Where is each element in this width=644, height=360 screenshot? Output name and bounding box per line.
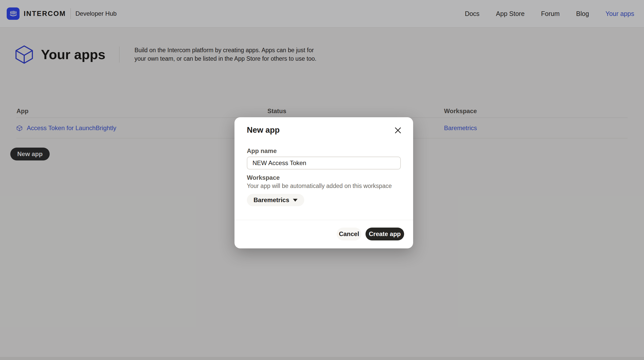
app-name-input[interactable]	[247, 157, 401, 169]
app-name-label: App name	[247, 147, 277, 155]
chevron-down-icon	[293, 199, 298, 202]
workspace-help-text: Your app will be automatically added on …	[247, 183, 392, 190]
workspace-dropdown-value: Baremetrics	[254, 196, 289, 204]
create-app-button[interactable]: Create app	[365, 228, 404, 240]
page-root: INTERCOM Developer Hub Docs App Store Fo…	[0, 0, 644, 360]
modal-footer-divider	[234, 220, 413, 220]
modal-title: New app	[247, 125, 280, 135]
new-app-modal: New app App name Workspace Your app will…	[234, 117, 413, 248]
workspace-label: Workspace	[247, 174, 280, 181]
close-button[interactable]	[394, 126, 402, 135]
cancel-button[interactable]: Cancel	[337, 228, 361, 240]
workspace-dropdown[interactable]: Baremetrics	[247, 194, 304, 206]
close-icon	[395, 127, 401, 134]
